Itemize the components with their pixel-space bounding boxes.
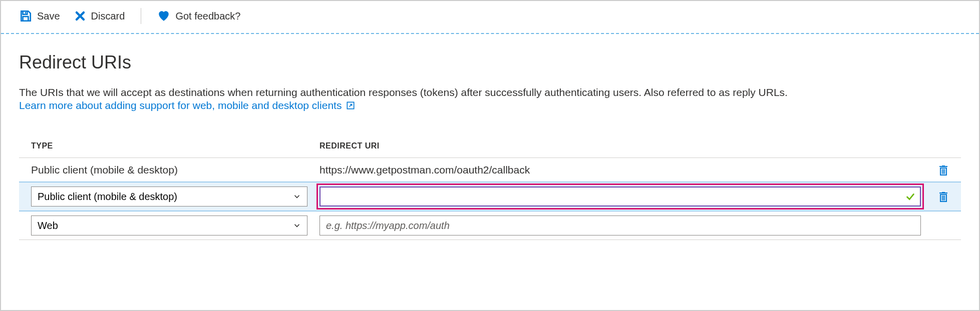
svg-rect-1 <box>23 16 29 21</box>
feedback-button[interactable]: Got feedback? <box>157 10 240 22</box>
learn-more-link[interactable]: Learn more about adding support for web,… <box>19 100 356 112</box>
save-button[interactable]: Save <box>19 10 60 22</box>
external-link-icon <box>346 100 356 110</box>
app-frame: Save Discard Got feedback? Redirect URIs… <box>0 0 980 311</box>
redirect-uri-table: TYPE REDIRECT URI Public client (mobile … <box>19 136 961 240</box>
col-header-type: TYPE <box>31 142 319 150</box>
type-select[interactable]: Web <box>31 216 307 236</box>
learn-more-text: Learn more about adding support for web,… <box>19 100 342 112</box>
delete-row-button[interactable] <box>937 190 949 203</box>
row-uri-value: https://www.getpostman.com/oauth2/callba… <box>319 164 926 176</box>
uri-input-wrap <box>319 186 921 206</box>
redirect-uri-input[interactable] <box>319 216 921 236</box>
section-title: Redirect URIs <box>19 52 961 73</box>
toolbar-separator <box>141 8 141 24</box>
type-select-wrap: Public client (mobile & desktop) <box>31 186 307 206</box>
type-select[interactable]: Public client (mobile & desktop) <box>31 186 307 206</box>
feedback-label: Got feedback? <box>175 10 240 22</box>
svg-rect-2 <box>25 12 26 14</box>
heart-icon <box>157 10 170 22</box>
row-type-value: Public client (mobile & desktop) <box>31 164 319 176</box>
uri-input-wrap <box>319 216 921 236</box>
type-select-wrap: Web <box>31 216 307 236</box>
delete-row-button[interactable] <box>937 164 949 176</box>
table-row: Public client (mobile & desktop) https:/… <box>19 158 961 182</box>
checkmark-icon <box>905 191 916 202</box>
save-label: Save <box>37 10 60 22</box>
section-description: The URIs that we will accept as destinat… <box>19 85 961 100</box>
discard-label: Discard <box>91 10 125 22</box>
redirect-uri-input[interactable] <box>319 186 921 206</box>
table-bottom-divider <box>19 240 961 240</box>
save-icon <box>19 10 32 22</box>
table-header: TYPE REDIRECT URI <box>19 136 961 158</box>
discard-button[interactable]: Discard <box>74 10 125 22</box>
svg-rect-0 <box>23 11 28 14</box>
table-row: Public client (mobile & desktop) <box>19 182 961 212</box>
discard-icon <box>74 10 86 22</box>
col-header-uri: REDIRECT URI <box>319 142 926 150</box>
content-area: Redirect URIs The URIs that we will acce… <box>1 34 979 250</box>
command-bar: Save Discard Got feedback? <box>1 1 979 33</box>
table-row: Web <box>19 212 961 240</box>
